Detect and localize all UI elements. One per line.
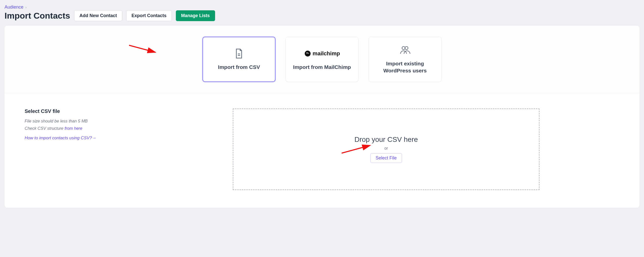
svg-point-3 (305, 51, 310, 56)
select-file-button[interactable]: Select File (370, 153, 402, 163)
side-column: Select CSV file File size should be less… (25, 108, 143, 190)
svg-point-7 (405, 47, 408, 50)
lower-section: Select CSV file File size should be less… (5, 93, 639, 208)
svg-point-6 (402, 47, 405, 50)
annotation-arrow-icon (128, 43, 160, 55)
import-options-row: Import from CSV mailchimp Import from Ma… (5, 26, 639, 93)
file-size-hint: File size should be less than 5 MB (25, 119, 143, 123)
option-label: Import from CSV (218, 64, 260, 71)
export-contacts-button[interactable]: Export Contacts (126, 10, 172, 21)
csv-structure-link[interactable]: from here (65, 126, 83, 131)
option-import-csv[interactable]: Import from CSV (203, 37, 275, 82)
breadcrumb-link-audience[interactable]: Audience (5, 5, 23, 10)
header-row: Import Contacts Add New Contact Export C… (5, 10, 639, 21)
chevron-right-icon: › (25, 5, 27, 9)
mailchimp-logo-icon: mailchimp (304, 48, 340, 59)
add-new-contact-button[interactable]: Add New Contact (74, 10, 122, 21)
option-import-wordpress-users[interactable]: Import existing WordPress users (369, 37, 441, 82)
csv-dropzone[interactable]: Drop your CSV here or Select File (233, 108, 540, 190)
dropzone-title: Drop your CSV here (354, 136, 418, 144)
breadcrumb: Audience › (5, 5, 639, 10)
option-label: Import existing WordPress users (373, 60, 437, 74)
file-icon (234, 48, 244, 59)
svg-line-0 (129, 45, 155, 52)
how-to-import-link[interactable]: How to import contacts using CSV?→ (25, 135, 143, 141)
manage-lists-button[interactable]: Manage Lists (176, 10, 215, 21)
hint-prefix: Check CSV structure (25, 126, 65, 131)
page-title: Import Contacts (5, 11, 70, 21)
option-import-mailchimp[interactable]: mailchimp Import from MailChimp (286, 37, 358, 82)
main-panel: Import from CSV mailchimp Import from Ma… (5, 26, 639, 208)
users-icon (400, 45, 410, 56)
option-label: Import from MailChimp (293, 64, 351, 71)
dropzone-or: or (384, 146, 388, 151)
svg-point-5 (308, 53, 309, 54)
select-csv-title: Select CSV file (25, 108, 143, 114)
dropzone-wrap: Drop your CSV here or Select File (153, 108, 619, 190)
csv-structure-hint: Check CSV structure from here (25, 126, 143, 131)
svg-point-4 (306, 52, 308, 54)
